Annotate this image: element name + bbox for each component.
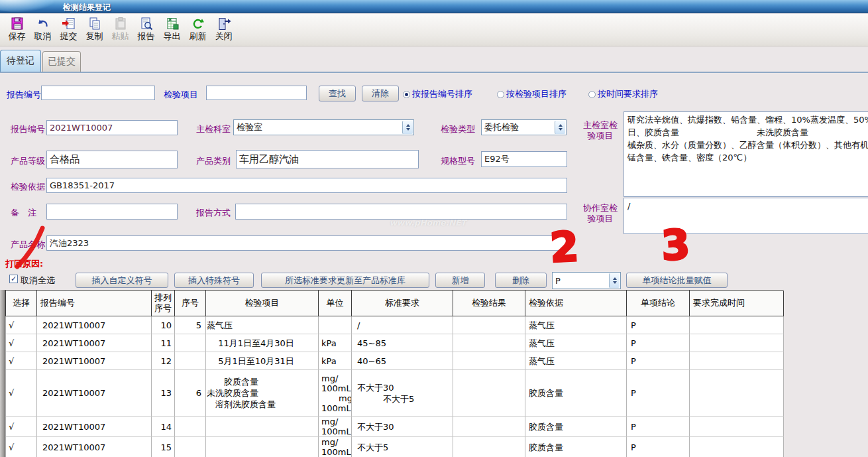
cell-seq[interactable]: 5 xyxy=(175,316,206,334)
cell-select-check[interactable]: √ xyxy=(6,352,37,370)
table-row[interactable]: √ 2021WT10007 14 mg/ 100mL 不大于30 胶质含量 P xyxy=(5,417,783,437)
cell-order-no[interactable]: 15 xyxy=(152,437,175,457)
delete-button[interactable]: 删除 xyxy=(495,273,547,288)
cell-result[interactable] xyxy=(453,437,525,457)
cell-order-no[interactable]: 14 xyxy=(152,417,175,437)
copy-button[interactable]: 复制 xyxy=(81,16,107,45)
category-input[interactable]: 车用乙醇汽油 xyxy=(236,150,419,168)
report-mode-input[interactable] xyxy=(235,204,567,220)
col-header-unit[interactable]: 单位 xyxy=(319,291,352,316)
cell-unit[interactable] xyxy=(319,316,352,334)
cell-standard[interactable]: 40~65 xyxy=(352,352,453,370)
cell-result[interactable] xyxy=(453,352,525,370)
refresh-button[interactable]: 刷新 xyxy=(185,16,211,45)
col-header-result[interactable]: 检验结果 xyxy=(453,291,525,316)
cell-report-no[interactable]: 2021WT10007 xyxy=(37,316,152,334)
cell-unit[interactable]: mg/ 100mL xyxy=(319,437,352,457)
cell-unit[interactable]: kPa xyxy=(319,352,352,370)
spec-input[interactable]: E92号 xyxy=(481,151,567,167)
cell-item[interactable]: 蒸气压 xyxy=(206,316,319,334)
cell-due[interactable] xyxy=(690,334,784,352)
batch-assign-button[interactable]: 单项结论批量赋值 xyxy=(626,273,728,288)
product-name-input[interactable]: 汽油2323 xyxy=(46,235,567,251)
cell-basis[interactable]: 胶质含量 xyxy=(525,417,627,437)
insert-special-symbol-button[interactable]: 插入特殊符号 xyxy=(174,273,254,288)
save-button[interactable]: 保存 xyxy=(4,16,30,45)
cell-unit[interactable]: mg/ 100mL mg/ 100mL xyxy=(319,370,352,417)
export-button[interactable]: 导出 xyxy=(159,16,185,45)
conclusion-select[interactable]: P xyxy=(552,272,621,289)
sort-by-item-radio[interactable]: 按检验项目排序 xyxy=(497,88,567,100)
cell-unit[interactable]: mg/ 100mL xyxy=(319,417,352,437)
search-item-input[interactable] xyxy=(206,86,307,100)
find-button[interactable]: 查找 xyxy=(319,86,356,101)
cell-conclusion[interactable]: P xyxy=(627,437,690,457)
table-row[interactable]: √ 2021WT10007 12 5月1日至10月31日 kPa 40~65 蒸… xyxy=(5,352,783,370)
sort-by-report-no-radio[interactable]: 按报告编号排序 xyxy=(403,88,472,100)
cell-item[interactable]: 11月1日至4月30日 xyxy=(206,334,319,352)
cell-basis[interactable]: 胶质含量 xyxy=(525,370,627,417)
cell-order-no[interactable]: 13 xyxy=(152,370,175,417)
col-header-seq[interactable]: 序号 xyxy=(175,291,206,316)
cell-standard[interactable]: 不大于30 xyxy=(352,417,453,437)
cell-due[interactable] xyxy=(690,316,784,334)
cell-seq[interactable] xyxy=(175,352,206,370)
cell-select-check[interactable]: √ xyxy=(6,316,37,334)
cell-result[interactable] xyxy=(453,417,525,437)
cell-conclusion[interactable]: P xyxy=(627,334,690,352)
cell-standard[interactable]: / xyxy=(352,316,453,334)
col-header-basis[interactable]: 检验依据 xyxy=(525,291,627,316)
cell-seq[interactable] xyxy=(175,334,206,352)
col-header-item[interactable]: 检验项目 xyxy=(206,291,319,316)
cell-seq[interactable]: 6 xyxy=(175,370,206,417)
cell-select-check[interactable]: √ xyxy=(6,334,37,352)
spinner-icon[interactable] xyxy=(402,121,413,134)
cell-result[interactable] xyxy=(453,370,525,417)
col-header-due[interactable]: 要求完成时间 xyxy=(690,291,784,316)
close-button[interactable]: 关闭 xyxy=(211,16,237,45)
dept-select[interactable]: 检验室 xyxy=(233,119,414,135)
main-items-textarea[interactable]: 研究法辛烷值、抗爆指数、铅含量、馏程、10%蒸发温度、50%蒸 日、胶质含量 未… xyxy=(624,111,868,197)
cell-report-no[interactable]: 2021WT10007 xyxy=(37,437,152,457)
cell-select-check[interactable]: √ xyxy=(6,370,37,417)
table-row[interactable]: √ 2021WT10007 15 mg/ 100mL 不大于5 胶质含量 P xyxy=(5,437,783,457)
search-report-no-input[interactable] xyxy=(41,86,155,100)
col-header-standard[interactable]: 标准要求 xyxy=(352,291,453,316)
cell-report-no[interactable]: 2021WT10007 xyxy=(37,417,152,437)
tab-submitted[interactable]: 已提交 xyxy=(42,51,81,72)
report-button[interactable]: 报告 xyxy=(133,16,159,45)
report-no-input[interactable]: 2021WT10007 xyxy=(46,120,178,135)
update-standard-button[interactable]: 所选标准要求更新至产品标准库 xyxy=(261,273,429,288)
cell-report-no[interactable]: 2021WT10007 xyxy=(37,352,152,370)
cell-result[interactable] xyxy=(453,334,525,352)
cell-due[interactable] xyxy=(690,437,784,457)
spinner-icon[interactable] xyxy=(555,121,565,134)
col-header-order-no[interactable]: 排列序号 xyxy=(152,291,175,316)
cell-order-no[interactable]: 10 xyxy=(152,316,175,334)
cell-report-no[interactable]: 2021WT10007 xyxy=(37,370,152,417)
cell-basis[interactable]: 蒸气压 xyxy=(525,352,627,370)
cell-item[interactable]: 胶质含量 未洗胶质含量 溶剂洗胶质含量 xyxy=(206,370,319,417)
cell-select-check[interactable]: √ xyxy=(6,417,37,437)
tab-pending[interactable]: 待登记 xyxy=(0,50,41,72)
cell-select-check[interactable]: √ xyxy=(6,437,37,457)
undo-button[interactable]: 取消 xyxy=(30,16,56,45)
cell-result[interactable] xyxy=(453,316,525,334)
cell-due[interactable] xyxy=(690,370,784,417)
cell-basis[interactable]: 蒸气压 xyxy=(525,316,627,334)
cell-item[interactable]: 5月1日至10月31日 xyxy=(206,352,319,370)
clear-button[interactable]: 清除 xyxy=(362,86,399,101)
cell-conclusion[interactable]: P xyxy=(627,316,690,334)
sort-by-time-radio[interactable]: 按时间要求排序 xyxy=(588,88,658,100)
cell-unit[interactable]: kPa xyxy=(319,334,352,352)
test-type-select[interactable]: 委托检验 xyxy=(481,119,567,135)
cell-conclusion[interactable]: P xyxy=(627,370,690,417)
cell-basis[interactable]: 胶质含量 xyxy=(525,437,627,457)
insert-custom-symbol-button[interactable]: 插入自定义符号 xyxy=(76,273,168,288)
cell-item[interactable] xyxy=(206,437,319,457)
col-header-report-no[interactable]: 报告编号 xyxy=(37,291,152,316)
cell-basis[interactable]: 蒸气压 xyxy=(525,334,627,352)
cell-seq[interactable] xyxy=(175,437,206,457)
grade-input[interactable]: 合格品 xyxy=(46,151,178,168)
cell-due[interactable] xyxy=(690,352,784,370)
